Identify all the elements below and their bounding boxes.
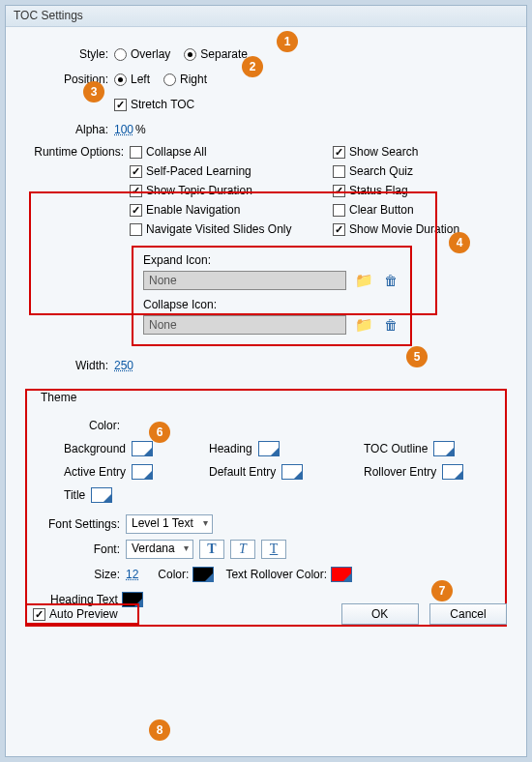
radio-icon: [114, 73, 127, 86]
style-overlay-radio[interactable]: Overlay: [114, 47, 170, 61]
browse-folder-icon[interactable]: 📁: [355, 272, 372, 289]
status-flag-checkbox[interactable]: Status Flag: [333, 184, 493, 197]
text-rollover-label: Text Rollover Color:: [225, 568, 327, 581]
underline-button[interactable]: T: [261, 540, 286, 559]
radio-icon: [163, 73, 176, 86]
icon-section: Expand Icon: None 📁 🗑 Collapse Icon: Non…: [132, 246, 412, 346]
stretch-toc-checkbox[interactable]: Stretch TOC: [114, 98, 194, 111]
style-separate-radio[interactable]: Separate: [184, 47, 248, 61]
clear-button-checkbox[interactable]: Clear Button: [333, 203, 493, 217]
annotation-badge-8: 8: [149, 719, 170, 741]
checkbox-icon: [33, 608, 45, 621]
title-color-swatch[interactable]: [91, 487, 112, 503]
radio-icon: [184, 48, 196, 61]
checkbox-icon: [130, 146, 142, 159]
titlebar: TOC Settings: [6, 6, 526, 27]
collapse-icon-input[interactable]: None: [143, 315, 346, 335]
bold-button[interactable]: T: [199, 540, 224, 559]
radio-icon: [114, 48, 127, 61]
trash-icon[interactable]: 🗑: [382, 272, 399, 289]
checkbox-icon: [333, 146, 345, 159]
show-search-checkbox[interactable]: Show Search: [333, 145, 493, 159]
search-quiz-checkbox[interactable]: Search Quiz: [333, 164, 493, 178]
background-color-swatch[interactable]: [132, 441, 153, 456]
checkbox-icon: [114, 99, 127, 111]
annotation-badge-2: 2: [242, 56, 263, 77]
width-label: Width:: [25, 359, 114, 372]
active-entry-swatch[interactable]: [132, 464, 153, 480]
checkbox-icon: [130, 223, 142, 236]
annotation-badge-7: 7: [431, 580, 453, 601]
cancel-button[interactable]: Cancel: [429, 603, 507, 625]
expand-icon-input[interactable]: None: [143, 271, 346, 290]
checkbox-icon: [333, 204, 345, 217]
color-label: Color:: [37, 419, 126, 432]
nav-visited-checkbox[interactable]: Navigate Visited Slides Only: [130, 222, 319, 236]
color2-label: Color:: [158, 568, 189, 581]
position-right-radio[interactable]: Right: [163, 73, 207, 86]
font-select[interactable]: Verdana: [126, 540, 193, 559]
size-value[interactable]: 12: [126, 568, 138, 581]
browse-folder-icon[interactable]: 📁: [355, 316, 372, 334]
heading-color-swatch[interactable]: [258, 441, 280, 456]
enable-nav-checkbox[interactable]: Enable Navigation: [130, 203, 319, 217]
show-movie-checkbox[interactable]: Show Movie Duration: [333, 222, 493, 236]
width-value[interactable]: 250: [114, 359, 133, 372]
italic-button[interactable]: T: [230, 540, 255, 559]
expand-icon-label: Expand Icon:: [143, 253, 400, 267]
annotation-badge-3: 3: [83, 81, 104, 103]
annotation-badge-4: 4: [449, 232, 470, 253]
position-left-radio[interactable]: Left: [114, 73, 150, 86]
auto-preview-checkbox[interactable]: Auto Preview: [33, 607, 118, 621]
font-settings-label: Font Settings:: [37, 517, 126, 531]
style-label: Style:: [25, 47, 114, 61]
window-title: TOC Settings: [14, 9, 83, 22]
font-label: Font:: [37, 542, 126, 556]
collapse-icon-label: Collapse Icon:: [143, 298, 400, 311]
alpha-value[interactable]: 100: [114, 123, 133, 136]
annotation-badge-6: 6: [149, 422, 170, 443]
alpha-label: Alpha:: [25, 123, 114, 136]
runtime-label: Runtime Options:: [25, 145, 130, 159]
self-paced-checkbox[interactable]: Self-Paced Learning: [130, 164, 319, 178]
toc-outline-color-swatch[interactable]: [433, 441, 455, 456]
size-label: Size:: [37, 568, 126, 581]
checkbox-icon: [333, 185, 345, 197]
rollover-entry-swatch[interactable]: [442, 464, 463, 480]
annotation-badge-1: 1: [277, 31, 298, 52]
font-level-select[interactable]: Level 1 Text: [126, 514, 213, 534]
checkbox-icon: [333, 223, 345, 236]
checkbox-icon: [130, 204, 142, 217]
font-color-swatch[interactable]: [192, 567, 214, 582]
show-topic-checkbox[interactable]: Show Topic Duration: [130, 184, 319, 197]
theme-legend: Theme: [37, 391, 80, 404]
checkbox-icon: [333, 165, 345, 178]
annotation-badge-5: 5: [406, 346, 428, 367]
trash-icon[interactable]: 🗑: [382, 316, 399, 334]
checkbox-icon: [130, 185, 142, 197]
collapse-all-checkbox[interactable]: Collapse All: [130, 145, 319, 159]
ok-button[interactable]: OK: [341, 603, 419, 625]
checkbox-icon: [130, 165, 142, 178]
default-entry-swatch[interactable]: [281, 464, 303, 480]
text-rollover-swatch[interactable]: [331, 567, 352, 582]
